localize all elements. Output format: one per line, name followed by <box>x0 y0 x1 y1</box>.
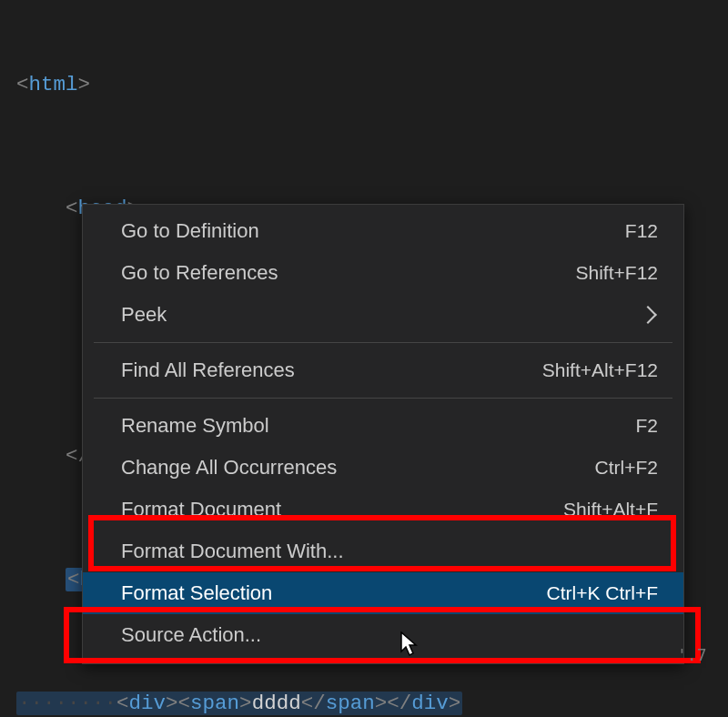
menu-label: Source Action... <box>121 623 631 647</box>
bracket: </ <box>301 692 326 715</box>
bracket: < <box>16 73 29 96</box>
menu-peek[interactable]: Peek <box>83 294 683 336</box>
menu-rename-symbol[interactable]: Rename Symbol F2 <box>83 405 683 447</box>
menu-shortcut: Shift+Alt+F12 <box>542 359 658 381</box>
menu-label: Format Selection <box>121 581 519 605</box>
menu-label: Peek <box>121 303 642 327</box>
bracket: < <box>66 197 78 220</box>
menu-format-selection[interactable]: Format Selection Ctrl+K Ctrl+F <box>83 572 683 614</box>
menu-shortcut: Ctrl+K Ctrl+F <box>546 582 658 604</box>
menu-shortcut: Shift+Alt+F <box>563 499 658 520</box>
menu-source-action[interactable]: Source Action... <box>83 614 683 656</box>
whitespace-dots: ···· <box>67 692 116 715</box>
tag-div: div <box>129 692 167 715</box>
bracket: > <box>166 692 178 715</box>
menu-label: Go to Definition <box>121 219 598 243</box>
tag-div: div <box>411 692 449 715</box>
bracket: > <box>78 73 91 96</box>
menu-separator <box>94 398 672 399</box>
indent <box>16 444 66 468</box>
menu-separator <box>94 342 672 343</box>
chevron-right-icon <box>639 306 657 324</box>
text-content: dddd <box>252 692 301 715</box>
menu-label: Format Document With... <box>121 540 631 563</box>
menu-shortcut: Shift+F12 <box>576 262 658 284</box>
menu-go-to-references[interactable]: Go to References Shift+F12 <box>83 252 683 294</box>
bracket: > <box>239 692 252 715</box>
bracket: </ <box>387 692 411 715</box>
code-line[interactable]: ········<div><span>dddd</span></div> <box>0 688 728 717</box>
menu-shortcut: F2 <box>635 415 658 437</box>
bracket: < <box>178 692 191 715</box>
menu-shortcut: F12 <box>625 220 658 242</box>
bracket: > <box>449 692 461 715</box>
bracket: > <box>375 692 388 715</box>
tag-span: span <box>326 692 375 715</box>
indent <box>16 197 66 220</box>
menu-find-all-references[interactable]: Find All References Shift+Alt+F12 <box>83 349 683 391</box>
menu-label: Rename Symbol <box>121 414 608 438</box>
menu-label: Change All Occurrences <box>121 456 568 480</box>
indent <box>16 568 66 591</box>
bracket: < <box>116 692 129 715</box>
whitespace-dots: ···· <box>18 692 67 715</box>
menu-label: Find All References <box>121 358 515 382</box>
tag-html: html <box>29 73 78 96</box>
menu-shortcut: Ctrl+F2 <box>595 457 658 479</box>
code-line[interactable]: <html> <box>0 69 728 100</box>
menu-change-all-occurrences[interactable]: Change All Occurrences Ctrl+F2 <box>83 447 683 489</box>
menu-format-document-with[interactable]: Format Document With... <box>83 530 683 572</box>
bracket: < <box>67 568 80 591</box>
menu-label: Go to References <box>121 261 549 285</box>
menu-go-to-definition[interactable]: Go to Definition F12 <box>83 210 683 252</box>
tag-span: span <box>190 692 239 715</box>
menu-format-document[interactable]: Format Document Shift+Alt+F <box>83 489 683 530</box>
context-menu: Go to Definition F12 Go to References Sh… <box>82 204 684 664</box>
stray-text: '.7 <box>677 645 707 664</box>
menu-label: Format Document <box>121 498 536 521</box>
